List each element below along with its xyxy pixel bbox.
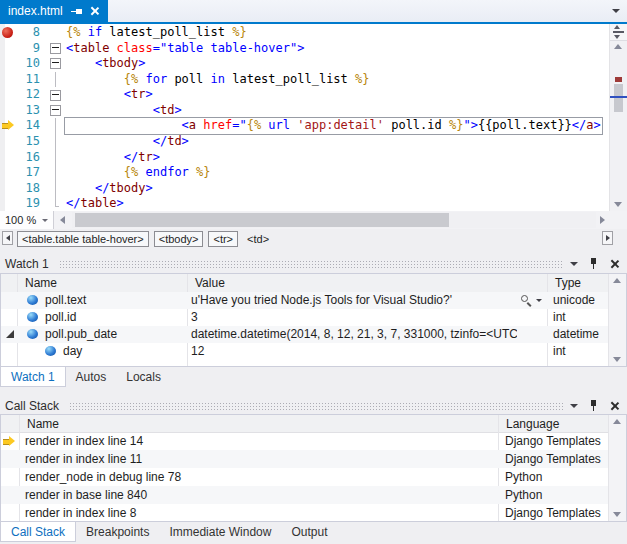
- scroll-up-arrow-icon[interactable]: [614, 44, 622, 49]
- callstack-col-name[interactable]: Name: [19, 415, 327, 432]
- fold-collapse-icon[interactable]: [50, 90, 61, 101]
- panel-grip[interactable]: [59, 260, 564, 268]
- code-line-11[interactable]: 11 {% for poll in latest_poll_list %}: [0, 72, 610, 88]
- code-text: <tr>: [66, 87, 153, 103]
- scroll-up-arrow-icon[interactable]: [613, 278, 621, 283]
- breadcrumb-tag-0[interactable]: <table.table table-hover>: [17, 231, 149, 247]
- callstack-pin-icon[interactable]: [588, 400, 599, 411]
- scroll-down-arrow-icon[interactable]: [613, 512, 621, 517]
- watch-pin-icon[interactable]: [588, 258, 599, 269]
- code-line-17[interactable]: 17 {% endfor %}: [0, 165, 610, 181]
- tab-call-stack[interactable]: Call Stack: [0, 522, 76, 542]
- split-editor-handle[interactable]: [610, 24, 627, 41]
- tab-index-html[interactable]: index.html: [0, 0, 108, 22]
- code-line-19[interactable]: 19</table>: [0, 196, 610, 211]
- breadcrumb-tag-1[interactable]: <tbody>: [154, 231, 204, 247]
- code-editor[interactable]: 8{% if latest_poll_list %}9<table class=…: [0, 24, 627, 211]
- close-icon[interactable]: [90, 6, 100, 16]
- callstack-frame-2[interactable]: render_node in debug line 78Python: [1, 468, 609, 486]
- tab-breakpoints[interactable]: Breakpoints: [76, 522, 159, 542]
- fold-line: [55, 181, 56, 197]
- member-icon: [27, 329, 38, 339]
- breadcrumb: <table.table table-hover><tbody><tr><td>: [17, 229, 273, 248]
- callstack-frame-0[interactable]: render in index line 14Django Templates: [1, 432, 609, 450]
- watch-row-poll.text[interactable]: poll.textu'Have you tried Node.js Tools …: [1, 292, 609, 309]
- code-line-14[interactable]: 14 <a href="{% url 'app:detail' poll.id …: [0, 118, 610, 134]
- watch-row-day[interactable]: day12int: [1, 343, 609, 360]
- callstack-col-language[interactable]: Language: [498, 415, 616, 432]
- panel-grip[interactable]: [69, 402, 564, 410]
- editor-zoom-control[interactable]: 100 %: [0, 211, 54, 229]
- code-text: </td>: [66, 134, 189, 150]
- code-line-8[interactable]: 8{% if latest_poll_list %}: [0, 25, 610, 41]
- watch-panel-header[interactable]: Watch 1: [0, 254, 627, 273]
- watch-row-poll.pub_date[interactable]: poll.pub_datedatetime.datetime(2014, 8, …: [1, 326, 609, 343]
- fold-margin: [49, 118, 61, 134]
- code-line-16[interactable]: 16 </tr>: [0, 150, 610, 166]
- code-line-10[interactable]: 10 <tbody>: [0, 56, 610, 72]
- watch-menu-chevron-icon[interactable]: [570, 262, 578, 266]
- frame-name: render_node in debug line 78: [25, 470, 181, 485]
- code-line-9[interactable]: 9<table class="table table-hover">: [0, 41, 610, 57]
- code-line-13[interactable]: 13 <td>: [0, 103, 610, 119]
- callstack-menu-chevron-icon[interactable]: [570, 404, 578, 408]
- scroll-left-arrow-icon[interactable]: [60, 216, 65, 224]
- tab-immediate-window[interactable]: Immediate Window: [159, 522, 281, 542]
- watch-scrollbar[interactable]: [608, 274, 626, 366]
- callstack-frame-4[interactable]: render in index line 8Django Templates: [1, 504, 609, 521]
- value-viewer-control[interactable]: [520, 294, 542, 306]
- scroll-down-arrow-icon[interactable]: [613, 357, 621, 362]
- html-tag-navigator: <table.table table-hover><tbody><tr><td>: [0, 229, 627, 248]
- breadcrumb-scroll-right-button[interactable]: [602, 231, 613, 245]
- magnifier-icon[interactable]: [520, 294, 532, 306]
- expander-icon[interactable]: [6, 330, 14, 338]
- watch-value: 12: [191, 344, 517, 359]
- document-list-chevron-icon[interactable]: [612, 9, 620, 13]
- watch-tab-strip: Watch 1AutosLocals: [0, 367, 171, 389]
- visual-studio-debugger-window: index.html 8{% if latest_poll_list %}9<t…: [0, 0, 627, 544]
- watch-col-type[interactable]: Type: [547, 274, 615, 292]
- frame-language: Django Templates: [505, 434, 601, 449]
- scroll-right-arrow-icon[interactable]: [600, 216, 605, 224]
- callstack-close-icon[interactable]: [609, 401, 619, 411]
- horizontal-scrollbar-thumb[interactable]: [75, 213, 449, 227]
- watch-row-poll.id[interactable]: poll.id3int: [1, 309, 609, 326]
- breadcrumb-tag-3[interactable]: <td>: [243, 232, 273, 246]
- frame-language: Django Templates: [505, 452, 601, 467]
- fold-collapse-icon[interactable]: [50, 58, 61, 69]
- editor-vertical-scrollbar[interactable]: [609, 24, 627, 211]
- watch-name: poll.text: [45, 293, 86, 308]
- callstack-panel-header[interactable]: Call Stack: [0, 396, 627, 415]
- tab-watch-1[interactable]: Watch 1: [0, 367, 66, 387]
- tab-autos[interactable]: Autos: [66, 367, 117, 387]
- chevron-down-icon[interactable]: [536, 299, 542, 302]
- scroll-up-arrow-icon[interactable]: [613, 419, 621, 424]
- code-line-15[interactable]: 15 </td>: [0, 134, 610, 150]
- watch-col-value[interactable]: Value: [187, 274, 555, 292]
- watch-close-icon[interactable]: [609, 259, 619, 269]
- line-number: 15: [8, 134, 40, 150]
- bottom-tab-strip: Call StackBreakpointsImmediate WindowOut…: [0, 522, 337, 544]
- callstack-frame-1[interactable]: render in index line 11Django Templates: [1, 450, 609, 468]
- callstack-scrollbar[interactable]: [608, 415, 626, 521]
- scroll-down-arrow-icon[interactable]: [614, 202, 622, 207]
- fold-margin: [49, 165, 61, 181]
- callstack-frame-3[interactable]: render in base line 840Python: [1, 486, 609, 504]
- current-frame-arrow-icon: [3, 436, 16, 446]
- fold-line: [55, 134, 56, 150]
- code-line-12[interactable]: 12 <tr>: [0, 87, 610, 103]
- line-number: 16: [8, 150, 40, 166]
- fold-collapse-icon[interactable]: [50, 105, 61, 116]
- code-line-18[interactable]: 18 </tbody>: [0, 181, 610, 197]
- tab-locals[interactable]: Locals: [116, 367, 171, 387]
- zoom-chevron-icon: [42, 219, 48, 222]
- breadcrumb-scroll-left-button[interactable]: [2, 231, 13, 245]
- scrollbar-thumb[interactable]: [614, 84, 623, 112]
- tab-output[interactable]: Output: [281, 522, 337, 542]
- breadcrumb-tag-2[interactable]: <tr>: [208, 231, 238, 247]
- fold-collapse-icon[interactable]: [50, 43, 61, 54]
- pin-icon[interactable]: [71, 6, 82, 17]
- watch-col-name[interactable]: Name: [17, 274, 195, 292]
- watch-type: int: [553, 344, 566, 359]
- horizontal-scrollbar[interactable]: [72, 212, 596, 228]
